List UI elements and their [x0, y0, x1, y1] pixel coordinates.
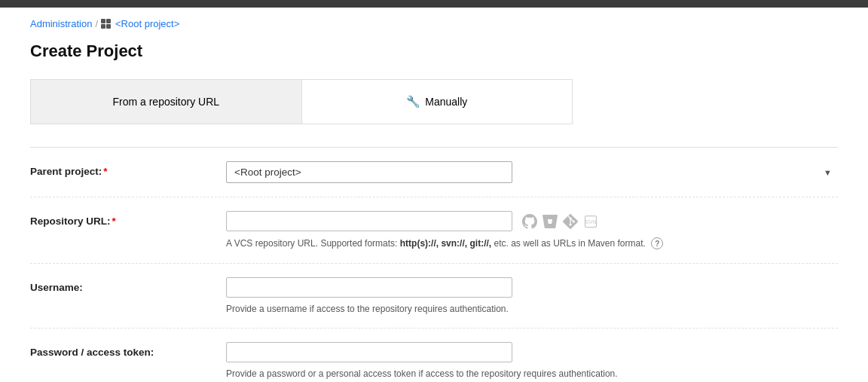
- label-password: Password / access token:: [30, 342, 226, 358]
- label-username-text: Username:: [30, 282, 83, 293]
- required-star-url: *: [112, 215, 116, 227]
- top-bar: [0, 0, 868, 8]
- form-row-username: Username: Provide a username if access t…: [30, 264, 838, 329]
- tab-manually-label: Manually: [425, 96, 467, 108]
- repo-icons: SVN: [521, 213, 599, 230]
- field-row-username-input: [226, 277, 838, 298]
- wrench-icon: 🔧: [406, 95, 420, 108]
- breadcrumb-sep1: /: [95, 18, 98, 29]
- svn-icon: SVN: [582, 213, 599, 230]
- label-repo-url-text: Repository URL:: [30, 215, 111, 227]
- tab-bar: From a repository URL 🔧Manually: [30, 79, 573, 124]
- repo-url-help-text: A VCS repository URL. Supported formats:…: [226, 237, 838, 249]
- tab-from-url[interactable]: From a repository URL: [31, 80, 302, 124]
- password-input[interactable]: [226, 342, 512, 362]
- chevron-down-icon: ▼: [824, 168, 832, 177]
- label-repo-url: Repository URL:*: [30, 211, 226, 227]
- breadcrumb-admin-link[interactable]: Administration: [30, 18, 92, 29]
- field-password: Provide a password or a personal access …: [226, 342, 838, 379]
- select-wrap-parent: <Root project> ▼: [226, 161, 838, 183]
- username-input[interactable]: [226, 277, 512, 298]
- password-help-text: Provide a password or a personal access …: [226, 368, 838, 379]
- tab-manually[interactable]: 🔧Manually: [302, 80, 573, 124]
- field-username: Provide a username if access to the repo…: [226, 277, 838, 314]
- field-row-url-input: SVN: [226, 211, 838, 231]
- field-repo-url: SVN A VCS repository URL. Supported form…: [226, 211, 838, 249]
- form-section: Parent project:* <Root project> ▼ Reposi…: [30, 147, 838, 382]
- git-icon: [562, 213, 579, 230]
- label-username: Username:: [30, 277, 226, 293]
- form-row-parent-project: Parent project:* <Root project> ▼: [30, 148, 838, 197]
- bitbucket-icon: [542, 213, 558, 230]
- username-help-text: Provide a username if access to the repo…: [226, 304, 838, 314]
- required-star-parent: *: [103, 166, 107, 177]
- page-container: Create Project From a repository URL 🔧Ma…: [0, 34, 868, 382]
- field-parent-project: <Root project> ▼: [226, 161, 838, 183]
- label-password-text: Password / access token:: [30, 347, 154, 358]
- form-row-repo-url: Repository URL:*: [30, 197, 838, 264]
- repository-url-input[interactable]: [226, 211, 512, 231]
- label-parent-project: Parent project:*: [30, 161, 226, 177]
- page-title: Create Project: [30, 41, 838, 61]
- help-icon-url[interactable]: ?: [651, 237, 663, 249]
- breadcrumb-project-link[interactable]: <Root project>: [115, 18, 179, 29]
- svg-text:SVN: SVN: [585, 219, 596, 225]
- breadcrumb: Administration / <Root project>: [0, 8, 868, 34]
- label-parent-project-text: Parent project:: [30, 166, 102, 177]
- field-row-password-input: [226, 342, 838, 362]
- github-icon: [521, 213, 538, 230]
- parent-project-select[interactable]: <Root project>: [226, 161, 512, 183]
- form-row-password: Password / access token: Provide a passw…: [30, 329, 838, 382]
- grid-icon: [101, 19, 111, 29]
